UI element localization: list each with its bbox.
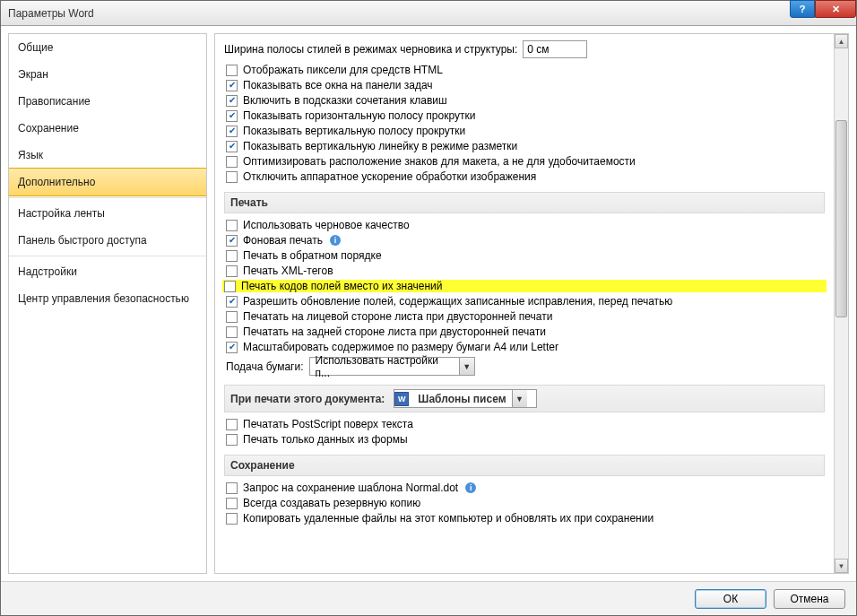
style-width-label: Ширина полосы стилей в режимах черновика…: [224, 43, 517, 56]
save-opt-row: Копировать удаленные файлы на этот компь…: [226, 512, 825, 525]
display-opt-label: Показывать горизонтальную полосу прокрут…: [243, 109, 475, 122]
info-icon[interactable]: i: [330, 235, 341, 246]
chevron-down-icon: ▼: [459, 358, 474, 375]
print-opt-label: Использовать черновое качество: [243, 219, 410, 231]
display-opt-row: Отключить аппаратное ускорение обработки…: [226, 170, 825, 183]
sidebar-item-advanced[interactable]: Дополнительно: [8, 168, 207, 196]
chevron-down-icon: ▼: [512, 390, 527, 407]
save-opt-label: Копировать удаленные файлы на этот компь…: [243, 512, 654, 525]
display-opt-label: Показывать вертикальную линейку в режиме…: [243, 140, 517, 152]
display-opt-checkbox[interactable]: [226, 110, 238, 122]
help-button[interactable]: ?: [790, 0, 815, 18]
print-opt-label: Печатать на лицевой стороне листа при дв…: [243, 310, 552, 323]
print-opt-label: Печать кодов полей вместо их значений: [241, 280, 443, 292]
display-opt-row: Включить в подсказки сочетания клавиш: [226, 94, 825, 107]
print-opt-checkbox[interactable]: [226, 311, 238, 323]
sidebar-item-display[interactable]: Экран: [9, 61, 206, 88]
titlebar: Параметры Word ? ✕: [1, 1, 856, 26]
print-doc-opt-checkbox[interactable]: [226, 434, 238, 446]
vertical-scrollbar[interactable]: ▲ ▼: [834, 34, 848, 573]
style-width-row: Ширина полосы стилей в режимах черновика…: [224, 40, 825, 58]
print-opt-row: Масштабировать содержимое по размеру бум…: [226, 341, 825, 353]
print-opt-label: Печатать на задней стороне листа при дву…: [243, 325, 546, 338]
window-title: Параметры Word: [8, 7, 94, 20]
info-icon[interactable]: i: [465, 482, 476, 493]
paper-feed-value: Использовать настройки п...: [310, 354, 459, 379]
dialog-body: Общие Экран Правописание Сохранение Язык…: [1, 26, 856, 581]
sidebar-item-trust[interactable]: Центр управления безопасностью: [9, 285, 206, 312]
print-opt-checkbox[interactable]: [226, 342, 238, 353]
print-opt-label: Масштабировать содержимое по размеру бум…: [243, 341, 558, 353]
display-opt-row: Показывать вертикальную линейку в режиме…: [226, 140, 825, 152]
print-opt-row: Печатать на лицевой стороне листа при дв…: [226, 310, 825, 323]
display-opt-checkbox[interactable]: [226, 65, 238, 76]
print-doc-dropdown[interactable]: W Шаблоны писем ▼: [394, 389, 537, 408]
print-opt-checkbox[interactable]: [226, 265, 238, 277]
display-opt-checkbox[interactable]: [226, 156, 238, 168]
sidebar-item-proofing[interactable]: Правописание: [9, 88, 206, 115]
save-opt-label: Запрос на сохранение шаблона Normal.dot: [243, 482, 458, 494]
scroll-thumb[interactable]: [835, 120, 847, 317]
save-opt-checkbox[interactable]: [226, 482, 238, 494]
display-opt-checkbox[interactable]: [226, 126, 238, 137]
display-opt-checkbox[interactable]: [226, 141, 238, 152]
close-button[interactable]: ✕: [815, 0, 856, 18]
section-print-doc-label: При печати этого документа:: [230, 393, 385, 405]
display-opt-row: Отображать пиксели для средств HTML: [226, 64, 825, 76]
display-opt-label: Оптимизировать расположение знаков для м…: [243, 155, 636, 168]
display-opt-row: Показывать все окна на панели задач: [226, 79, 825, 91]
scroll-track[interactable]: [835, 48, 848, 559]
print-opt-checkbox[interactable]: [226, 296, 238, 308]
scroll-down-icon[interactable]: ▼: [835, 559, 848, 573]
print-opt-row: Печать в обратном порядке: [226, 249, 825, 262]
print-opt-label: Печать XML-тегов: [243, 265, 333, 277]
print-doc-value: Шаблоны писем: [412, 393, 511, 405]
display-opt-checkbox[interactable]: [226, 95, 238, 107]
sidebar: Общие Экран Правописание Сохранение Язык…: [8, 33, 207, 574]
print-opt-checkbox[interactable]: [226, 326, 238, 338]
print-opt-row: Печать XML-тегов: [226, 265, 825, 277]
print-opt-row: Разрешить обновление полей, содержащих з…: [226, 295, 825, 308]
print-opt-label: Фоновая печать: [243, 234, 323, 247]
section-save-label: Сохранение: [230, 459, 295, 472]
save-opt-checkbox[interactable]: [226, 513, 238, 525]
sidebar-item-addins[interactable]: Надстройки: [9, 258, 206, 285]
print-opt-row: Фоновая печатьi: [226, 234, 825, 247]
section-save: Сохранение: [224, 455, 825, 476]
save-opt-row: Всегда создавать резервную копию: [226, 497, 825, 509]
paper-feed-dropdown[interactable]: Использовать настройки п... ▼: [309, 357, 475, 376]
cancel-button[interactable]: Отмена: [774, 589, 845, 609]
print-opt-checkbox[interactable]: [226, 250, 238, 262]
sidebar-item-general[interactable]: Общие: [9, 34, 206, 61]
print-opt-label: Печать в обратном порядке: [243, 249, 382, 262]
display-opt-checkbox[interactable]: [226, 80, 238, 91]
display-opt-label: Отключить аппаратное ускорение обработки…: [243, 170, 536, 183]
save-opt-label: Всегда создавать резервную копию: [243, 497, 420, 509]
print-doc-opt-label: Печать только данных из формы: [243, 433, 408, 446]
window-controls: ? ✕: [790, 1, 856, 25]
style-width-input[interactable]: [523, 40, 587, 58]
display-opt-checkbox[interactable]: [226, 171, 238, 183]
section-print-label: Печать: [230, 196, 268, 209]
print-opt-row: Печать кодов полей вместо их значений: [222, 280, 827, 292]
sidebar-item-qat[interactable]: Панель быстрого доступа: [9, 227, 206, 254]
print-opt-checkbox[interactable]: [224, 281, 236, 292]
sidebar-item-save[interactable]: Сохранение: [9, 115, 206, 142]
section-print: Печать: [224, 192, 825, 213]
print-opt-row: Печатать на задней стороне листа при дву…: [226, 325, 825, 338]
sidebar-item-ribbon[interactable]: Настройка ленты: [9, 200, 206, 227]
scroll-up-icon[interactable]: ▲: [835, 34, 848, 48]
display-opt-label: Показывать все окна на панели задач: [243, 79, 433, 91]
word-doc-icon: W: [394, 392, 409, 406]
print-opt-row: Использовать черновое качество: [226, 219, 825, 231]
print-opt-checkbox[interactable]: [226, 235, 238, 247]
display-opt-label: Показывать вертикальную полосу прокрутки: [243, 125, 465, 137]
sidebar-item-language[interactable]: Язык: [9, 142, 206, 169]
dialog-footer: ОК Отмена: [1, 581, 856, 615]
paper-feed-row: Подача бумаги: Использовать настройки п.…: [226, 357, 825, 376]
print-doc-opt-checkbox[interactable]: [226, 419, 238, 430]
save-opt-checkbox[interactable]: [226, 498, 238, 509]
paper-feed-label: Подача бумаги:: [226, 360, 304, 373]
ok-button[interactable]: ОК: [695, 589, 766, 609]
print-opt-checkbox[interactable]: [226, 220, 238, 231]
